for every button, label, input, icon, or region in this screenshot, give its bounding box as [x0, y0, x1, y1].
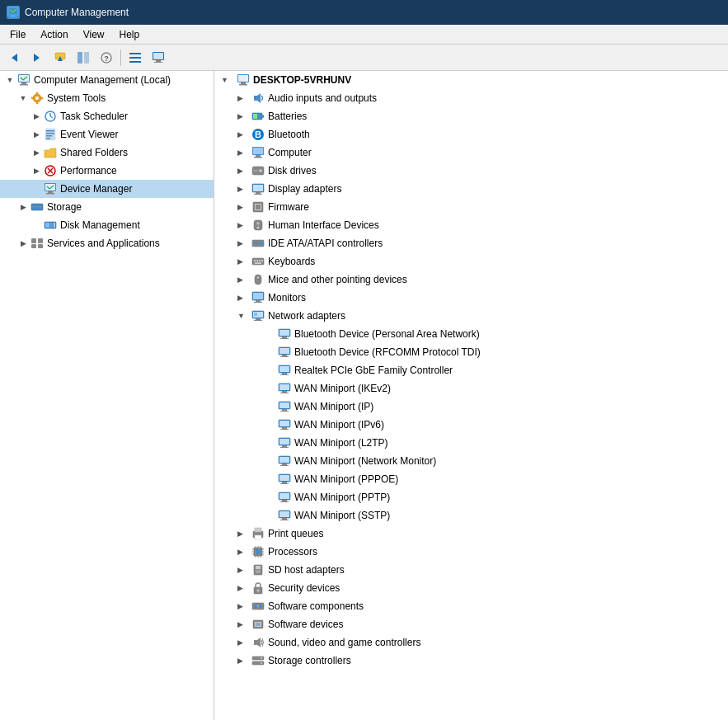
expand-network[interactable]: ▼ [237, 312, 251, 320]
right-node-disk-drives[interactable]: ▶ Disk drives [214, 162, 728, 180]
menu-action[interactable]: Action [34, 27, 74, 42]
expand-shared-folders[interactable]: ▶ [30, 146, 43, 159]
expand-sound[interactable]: ▶ [237, 638, 251, 647]
show-hide-button[interactable] [73, 47, 94, 68]
right-node-bt-pan[interactable]: Bluetooth Device (Personal Area Network) [214, 325, 728, 343]
right-node-bt-rfcomm[interactable]: Bluetooth Device (RFCOMM Protocol TDI) [214, 343, 728, 361]
disk-drives-icon [251, 163, 265, 178]
expand-audio[interactable]: ▶ [237, 94, 251, 102]
right-node-storage-ctrl[interactable]: ▶ Storage controllers [214, 652, 728, 670]
tree-node-event-viewer[interactable]: ▶ Event Viewer [0, 125, 214, 144]
expand-batteries[interactable]: ▶ [237, 112, 251, 120]
expand-display[interactable]: ▶ [237, 185, 251, 193]
right-node-security[interactable]: ▶ Security devices [214, 579, 728, 597]
right-node-wan-ip[interactable]: WAN Miniport (IP) [214, 398, 728, 416]
right-node-sw-components[interactable]: ▶ Software components [214, 597, 728, 615]
right-node-firmware[interactable]: ▶ Firmware [214, 198, 728, 216]
tree-node-services-apps[interactable]: ▶ Services and Applications [0, 234, 214, 252]
svg-rect-132 [282, 427, 287, 429]
svg-point-189 [261, 657, 262, 659]
expand-mice[interactable]: ▶ [237, 275, 251, 284]
svg-marker-6 [34, 54, 40, 62]
monitor-button[interactable] [148, 47, 169, 68]
display-label: Display adapters [268, 183, 341, 195]
expand-hid[interactable]: ▶ [237, 221, 251, 229]
expand-sw-devices[interactable]: ▶ [237, 620, 251, 628]
svg-point-50 [40, 206, 42, 209]
hid-icon [251, 218, 265, 233]
svg-rect-30 [31, 97, 34, 99]
right-node-bluetooth[interactable]: ▶ B Bluetooth [214, 125, 728, 144]
expand-storage[interactable]: ▶ [16, 200, 30, 214]
expand-bluetooth[interactable]: ▶ [237, 130, 251, 139]
expand-task-scheduler[interactable]: ▶ [30, 110, 43, 123]
expand-performance[interactable]: ▶ [30, 164, 43, 177]
right-node-wan-pppoe[interactable]: WAN Miniport (PPPOE) [214, 470, 728, 488]
svg-rect-140 [282, 464, 287, 465]
bluetooth-label: Bluetooth [268, 129, 310, 140]
tree-node-comp-mgmt[interactable]: ▼ Computer Management (Local) [0, 71, 214, 89]
expand-system-tools[interactable]: ▼ [16, 92, 30, 105]
expand-keyboards[interactable]: ▶ [237, 257, 251, 266]
right-node-processors[interactable]: ▶ Proces [214, 543, 728, 561]
right-node-realtek[interactable]: Realtek PCIe GbE Family Controller [214, 361, 728, 379]
right-node-sd-host[interactable]: ▶ SD host adapters [214, 561, 728, 579]
expand-event-viewer[interactable]: ▶ [30, 128, 43, 141]
expand-computer[interactable]: ▶ [237, 148, 251, 157]
right-node-wan-l2tp[interactable]: WAN Miniport (L2TP) [214, 434, 728, 452]
tree-node-system-tools[interactable]: ▼ System Tools [0, 89, 214, 107]
right-node-wan-netmon[interactable]: WAN Miniport (Network Monitor) [214, 452, 728, 470]
tree-node-shared-folders[interactable]: ▶ Shared Folders [0, 144, 214, 162]
expand-firmware[interactable]: ▶ [237, 203, 251, 211]
right-header-node[interactable]: ▼ DESKTOP-5VRHUNV [214, 71, 728, 89]
actions-button[interactable] [124, 47, 146, 68]
right-node-hid[interactable]: ▶ Human Interface Devices [214, 216, 728, 234]
right-node-audio[interactable]: ▶ Audio inputs and outputs [214, 89, 728, 107]
title-bar: Computer Management [0, 0, 728, 25]
right-node-network[interactable]: ▼ Network adapters [214, 307, 728, 325]
back-button[interactable] [3, 47, 25, 68]
right-node-print[interactable]: ▶ Print queues [214, 525, 728, 543]
wan-ip-icon [277, 399, 292, 414]
expand-desktop[interactable]: ▼ [221, 76, 234, 84]
menu-help[interactable]: Help [113, 27, 147, 42]
expand-services-apps[interactable]: ▶ [16, 237, 30, 250]
right-node-wan-ikev2[interactable]: WAN Miniport (IKEv2) [214, 379, 728, 398]
right-node-keyboards[interactable]: ▶ Keyboards [214, 252, 728, 271]
expand-security[interactable]: ▶ [237, 584, 251, 592]
menu-view[interactable]: View [77, 27, 111, 42]
expand-disk-drives[interactable]: ▶ [237, 167, 251, 175]
right-node-display[interactable]: ▶ Display adapters [214, 180, 728, 198]
expand-print[interactable]: ▶ [237, 529, 251, 538]
expand-comp-mgmt[interactable]: ▼ [3, 73, 16, 87]
expand-processors[interactable]: ▶ [237, 548, 251, 556]
expand-sw-components[interactable]: ▶ [237, 602, 251, 610]
expand-storage-ctrl[interactable]: ▶ [237, 656, 251, 665]
svg-rect-28 [36, 92, 38, 95]
expand-ide[interactable]: ▶ [237, 239, 251, 247]
forward-button[interactable] [26, 47, 48, 68]
svg-rect-59 [38, 244, 43, 248]
tree-node-storage[interactable]: ▶ Storage [0, 198, 214, 216]
tree-node-disk-management[interactable]: Disk Management [0, 216, 214, 234]
svg-point-178 [257, 590, 260, 592]
right-node-sound[interactable]: ▶ Sound, video and game controllers [214, 633, 728, 652]
right-node-wan-sstp[interactable]: WAN Miniport (SSTP) [214, 506, 728, 525]
expand-monitors[interactable]: ▶ [237, 294, 251, 302]
right-node-sw-devices[interactable]: ▶ Software devices [214, 615, 728, 633]
menu-file[interactable]: File [3, 27, 32, 42]
right-node-mice[interactable]: ▶ Mice and other pointing devices [214, 271, 728, 289]
tree-node-performance[interactable]: ▶ Performance [0, 162, 214, 180]
right-node-monitors[interactable]: ▶ Monitors [214, 289, 728, 307]
right-node-wan-pptp[interactable]: WAN Miniport (PPTP) [214, 488, 728, 506]
svg-point-190 [261, 662, 262, 664]
up-button[interactable] [49, 47, 71, 68]
tree-node-device-manager[interactable]: Device Manager [0, 180, 214, 198]
help-button[interactable]: ? [96, 47, 117, 68]
right-node-computer[interactable]: ▶ Computer [214, 144, 728, 162]
expand-sd-host[interactable]: ▶ [237, 566, 251, 574]
right-node-batteries[interactable]: ▶ Batteries [214, 107, 728, 125]
right-node-wan-ipv6[interactable]: WAN Miniport (IPv6) [214, 416, 728, 434]
tree-node-task-scheduler[interactable]: ▶ Task Scheduler [0, 107, 214, 125]
right-node-ide[interactable]: ▶ IDE ATA/ATAPI controllers [214, 234, 728, 252]
